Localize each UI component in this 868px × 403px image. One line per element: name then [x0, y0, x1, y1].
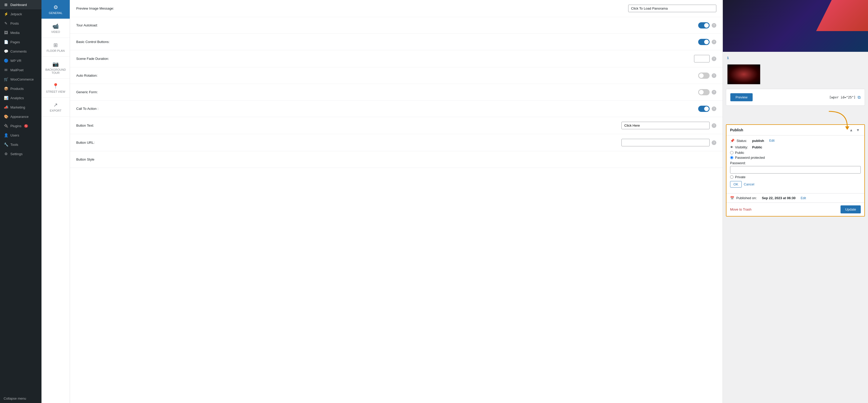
subnav-item-general[interactable]: ⚙ GENERAL	[41, 0, 70, 19]
sidebar-item-plugins[interactable]: 🔌 Plugins 5	[0, 121, 41, 131]
visibility-section: 👁 Visibility: Public Public Password pro…	[730, 145, 861, 188]
publish-box-body: 📌 Status: publish Edit 👁 Visibility: Pub…	[726, 135, 864, 193]
ok-button[interactable]: OK	[730, 181, 742, 188]
posts-icon: ✎	[4, 21, 8, 25]
button-style-label: Button Style	[76, 158, 94, 161]
sidebar-item-label: Tools	[10, 143, 18, 146]
copy-shortcode-button[interactable]: ⧉	[858, 95, 861, 100]
sidebar-item-appearance[interactable]: 🎨 Appearance	[0, 112, 41, 121]
ok-cancel-row: OK Cancel	[730, 181, 861, 188]
auto-rotation-info[interactable]: ?	[712, 73, 716, 78]
sidebar-item-tools[interactable]: 🔧 Tools	[0, 140, 41, 149]
subnav-item-label: EXPORT	[50, 109, 61, 112]
radio-private-label[interactable]: Private	[735, 175, 745, 179]
sidebar-item-mailpoet[interactable]: ✉ MailPoet	[0, 65, 41, 75]
sidebar-item-label: Dashboard	[10, 3, 27, 7]
sidebar-item-label: Plugins	[10, 124, 22, 128]
generic-form-label: Generic Form:	[76, 90, 98, 94]
scene-fade-duration-input[interactable]	[694, 55, 710, 62]
publish-footer: Move to Trash Update	[726, 203, 864, 216]
radio-private-input[interactable]	[730, 175, 734, 179]
pages-icon: 📄	[4, 40, 8, 44]
setting-call-to-action: Call To Action : ?	[70, 100, 722, 117]
plugins-icon: 🔌	[4, 124, 8, 128]
generic-form-toggle[interactable]	[698, 89, 710, 95]
button-text-label: Button Text:	[76, 124, 94, 127]
preview-image-message-input[interactable]	[628, 5, 716, 12]
status-edit-link[interactable]: Edit	[769, 139, 775, 142]
generic-form-info[interactable]: ?	[712, 90, 716, 95]
scene-thumbnail-inner	[727, 65, 760, 84]
button-url-input[interactable]	[621, 139, 710, 146]
update-button[interactable]: Update	[840, 205, 861, 213]
sidebar-item-label: WP VR	[10, 59, 21, 63]
subnav-item-background-tour[interactable]: 📷 BACKGROUND TOUR	[41, 57, 70, 79]
sidebar-item-wp-vr[interactable]: 🔵 WP VR	[0, 56, 41, 65]
published-on-value: Sep 22, 2023 at 06:30	[762, 196, 796, 200]
setting-scene-fade-duration: Scene Fade Duration: ?	[70, 50, 722, 67]
sidebar-item-pages[interactable]: 📄 Pages	[0, 37, 41, 46]
generic-form-slider	[698, 89, 710, 95]
subnav-item-export[interactable]: ↗ EXPORT	[41, 98, 70, 116]
basic-control-buttons-info[interactable]: ?	[712, 40, 716, 44]
password-input[interactable]	[730, 166, 861, 173]
basic-control-buttons-slider	[698, 39, 710, 45]
auto-rotation-control: ?	[698, 72, 716, 79]
sidebar-item-dashboard[interactable]: ⊞ Dashboard	[0, 0, 41, 9]
radio-public-label[interactable]: Public	[735, 151, 744, 155]
basic-control-buttons-toggle[interactable]	[698, 39, 710, 45]
video-icon: 📹	[52, 23, 59, 29]
preview-button[interactable]: Preview	[730, 93, 753, 101]
radio-password-protected: Password protected	[730, 156, 861, 160]
wp-vr-icon: 🔵	[4, 59, 8, 63]
sidebar-item-media[interactable]: 🖼 Media	[0, 28, 41, 37]
sidebar-item-comments[interactable]: 💬 Comments	[0, 46, 41, 56]
sidebar-item-marketing[interactable]: 📣 Marketing	[0, 103, 41, 112]
sidebar-item-analytics[interactable]: 📊 Analytics	[0, 93, 41, 103]
scene-thumbnail[interactable]	[727, 64, 761, 85]
sidebar: ⊞ Dashboard ⚡ Jetpack ✎ Posts 🖼 Media 📄 …	[0, 0, 41, 403]
settings-icon: ⚙	[4, 152, 8, 156]
scene-fade-duration-control: ?	[694, 55, 716, 62]
auto-rotation-label: Auto Rotation:	[76, 73, 97, 77]
subnav-item-street-view[interactable]: 📍 STREET VIEW	[41, 79, 70, 98]
subnav-item-label: STREET VIEW	[46, 90, 65, 93]
generic-form-control: ?	[698, 89, 716, 95]
setting-button-url: Button URL: ?	[70, 134, 722, 151]
button-text-input[interactable]	[621, 122, 710, 129]
password-label: Password:	[730, 161, 861, 165]
sidebar-item-woocommerce[interactable]: 🛒 WooCommerce	[0, 75, 41, 84]
setting-tour-autoload: Tour Autoload: ?	[70, 17, 722, 34]
visibility-icon: 👁	[730, 145, 734, 149]
button-text-info[interactable]: ?	[712, 123, 716, 128]
sidebar-item-products[interactable]: 📦 Products	[0, 84, 41, 93]
sidebar-item-settings[interactable]: ⚙ Settings	[0, 149, 41, 159]
subnav-item-floor-plan[interactable]: ⊞ FLOOR PLAN	[41, 38, 70, 57]
sidebar-item-label: Settings	[10, 152, 23, 156]
street-view-icon: 📍	[52, 83, 59, 89]
sidebar-item-jetpack[interactable]: ⚡ Jetpack	[0, 9, 41, 19]
subnav-panel: ⚙ GENERAL 📹 VIDEO ⊞ FLOOR PLAN 📷 BACKGRO…	[41, 0, 70, 403]
sidebar-item-label: Appearance	[10, 115, 29, 119]
auto-rotation-toggle[interactable]	[698, 72, 710, 79]
woocommerce-icon: 🛒	[4, 77, 8, 81]
move-to-trash-link[interactable]: Move to Trash	[730, 207, 751, 211]
collapse-menu-button[interactable]: Collapse menu	[0, 394, 41, 403]
radio-public: Public	[730, 151, 861, 155]
sidebar-item-label: Analytics	[10, 96, 24, 100]
call-to-action-info[interactable]: ?	[712, 106, 716, 111]
subnav-item-video[interactable]: 📹 VIDEO	[41, 19, 70, 38]
cancel-button[interactable]: Cancel	[744, 181, 754, 188]
tour-autoload-info[interactable]: ?	[712, 23, 716, 28]
call-to-action-toggle[interactable]	[698, 106, 710, 112]
sidebar-item-posts[interactable]: ✎ Posts	[0, 19, 41, 28]
radio-public-input[interactable]	[730, 151, 734, 154]
scene-fade-duration-info[interactable]: ?	[712, 57, 716, 61]
sidebar-item-users[interactable]: 👤 Users	[0, 131, 41, 140]
button-url-info[interactable]: ?	[712, 140, 716, 145]
published-edit-link[interactable]: Edit	[801, 196, 806, 200]
radio-password-label[interactable]: Password protected	[735, 156, 765, 160]
tour-autoload-toggle[interactable]	[698, 22, 710, 29]
shortcode-area: [wpvr id="25"] ⧉	[829, 95, 861, 100]
radio-password-input[interactable]	[730, 156, 734, 159]
